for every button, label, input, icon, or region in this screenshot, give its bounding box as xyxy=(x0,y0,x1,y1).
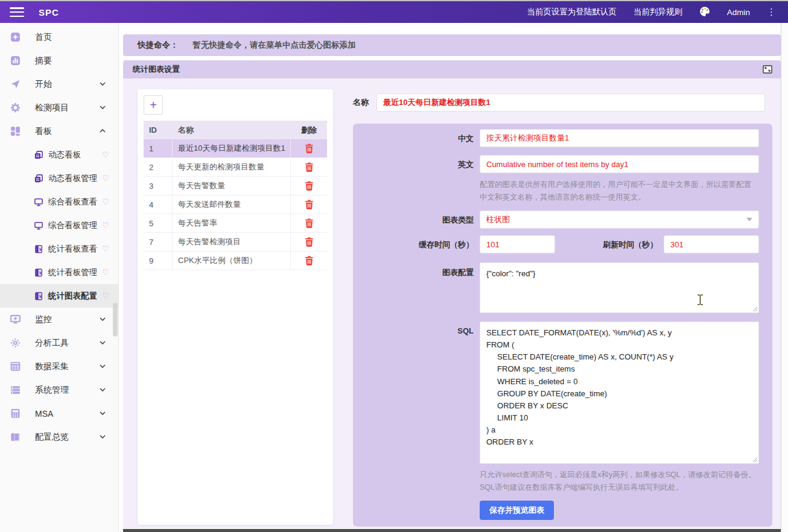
cn-name-input[interactable] xyxy=(480,129,759,147)
resize-grip-icon[interactable] xyxy=(752,457,758,463)
sidebar-item-label: MSA xyxy=(35,409,53,419)
favorite-heart-icon[interactable]: ♡ xyxy=(102,174,109,183)
refresh-time-input[interactable] xyxy=(664,235,759,253)
text-cursor xyxy=(697,294,704,305)
cn-label: 中文 xyxy=(353,133,474,144)
sidebar-item-dynamic-board-manage[interactable]: 动态看板管理 ♡ xyxy=(0,166,118,190)
sidebar-item-label: 动态看板管理 xyxy=(48,173,97,184)
chart-form: 名称 中文 英文 配置的图表是供所有用户选择使用的，用户可能不一定是中文界面，所… xyxy=(353,78,775,528)
sidebar-item-stat-board-manage[interactable]: 统计看板管理 ♡ xyxy=(0,261,118,284)
sidebar-item-stat-chart-config[interactable]: 统计图表配置 ♡ xyxy=(0,284,118,308)
row-name: 最近10天每日新建检测项目数1 xyxy=(173,139,291,157)
sidebar-item-board[interactable]: 看板 xyxy=(0,119,118,143)
favorite-heart-icon[interactable]: ♡ xyxy=(102,244,109,253)
chart-list-card: + ID 名称 删除 1 最近10天每日新建检测项目数1 2 每天更新的检 xyxy=(138,89,333,525)
more-options-icon[interactable]: ⋮ xyxy=(767,7,776,17)
chart-config-label: 图表配置 xyxy=(353,267,474,278)
sidebar-item-config-overview[interactable]: 配置总览 xyxy=(0,425,118,449)
set-default-page-link[interactable]: 当前页设置为登陆默认页 xyxy=(527,7,617,17)
sidebar-item-composite-board-manage[interactable]: 综合看板管理 ♡ xyxy=(0,214,118,237)
sidebar-item-label: 看板 xyxy=(35,126,52,137)
send-icon xyxy=(10,79,21,89)
sidebar-item-dynamic-board[interactable]: 动态看板 ♡ xyxy=(0,143,118,166)
sidebar-item-label: 首页 xyxy=(35,32,52,43)
favorite-heart-icon[interactable]: ♡ xyxy=(102,221,109,230)
favorite-heart-icon[interactable]: ♡ xyxy=(102,291,109,300)
horizontal-scrollbar[interactable] xyxy=(123,529,781,532)
sidebar-item-analysis-tools[interactable]: 分析工具 xyxy=(0,331,118,355)
delete-trash-icon[interactable] xyxy=(305,181,314,191)
main-content: 快捷命令： 暂无快捷命令，请在菜单中点击爱心图标添加 统计图表设置 + ID 名… xyxy=(123,23,781,532)
row-name: 每天告警率 xyxy=(173,214,291,232)
user-menu[interactable]: Admin xyxy=(727,8,750,17)
favorite-heart-icon[interactable]: ♡ xyxy=(102,197,109,206)
delete-trash-icon[interactable] xyxy=(305,144,314,153)
sidebar-item-msa[interactable]: MSA xyxy=(0,402,118,425)
sidebar-item-summary[interactable]: 摘要 xyxy=(0,49,118,72)
table-row[interactable]: 3 每天告警数量 xyxy=(144,177,327,195)
stat-book-icon xyxy=(34,268,43,277)
table-row[interactable]: 1 最近10天每日新建检测项目数1 xyxy=(144,139,327,158)
name-input[interactable] xyxy=(377,93,765,112)
sidebar: 首页 摘要 开始 检测项目 看板 动态看板 ♡ 动态看板管 xyxy=(0,23,119,532)
spark-icon xyxy=(10,338,21,348)
delete-trash-icon[interactable] xyxy=(305,218,314,228)
delete-trash-icon[interactable] xyxy=(305,200,314,209)
sidebar-item-system-manage[interactable]: 系统管理 xyxy=(0,378,118,402)
calculator-icon xyxy=(10,408,21,419)
row-id: 1 xyxy=(144,139,173,157)
sidebar-item-composite-board-view[interactable]: 综合看板查看 ♡ xyxy=(0,190,118,214)
chart-type-label: 图表类型 xyxy=(353,215,474,226)
sidebar-item-label: 系统管理 xyxy=(35,385,69,396)
favorite-heart-icon[interactable]: ♡ xyxy=(102,150,109,159)
hamburger-menu-icon[interactable] xyxy=(10,7,24,17)
name-field-row: 名称 xyxy=(353,93,775,112)
top-navbar: SPC 当前页设置为登陆默认页 当前判异规则 Admin ⋮ xyxy=(0,1,788,23)
row-id: 9 xyxy=(144,252,173,270)
panel-header: 统计图表设置 xyxy=(123,60,781,78)
delete-trash-icon[interactable] xyxy=(305,162,314,172)
delete-trash-icon[interactable] xyxy=(305,256,314,265)
sidebar-item-start[interactable]: 开始 xyxy=(0,72,118,96)
expand-panel-icon[interactable] xyxy=(763,65,772,74)
row-name: CPK水平比例（饼图） xyxy=(173,252,291,270)
sidebar-item-label: 统计看板管理 xyxy=(48,267,97,278)
chevron-up-icon xyxy=(99,127,106,135)
sidebar-item-label: 统计看板查看 xyxy=(48,244,97,255)
sql-textarea[interactable]: SELECT DATE_FORMAT(DATE(x), '%m/%d') AS … xyxy=(480,321,759,464)
gear-icon xyxy=(10,103,21,113)
sidebar-item-stat-board-view[interactable]: 统计看板查看 ♡ xyxy=(0,237,118,261)
table-row[interactable]: 7 每天告警检测项目 xyxy=(144,233,327,252)
en-name-input[interactable] xyxy=(480,155,759,173)
sidebar-item-data-collection[interactable]: 数据采集 xyxy=(0,355,118,378)
add-chart-button[interactable]: + xyxy=(144,95,163,115)
row-id: 4 xyxy=(144,195,173,214)
sql-label: SQL xyxy=(353,326,474,335)
row-name: 每天告警检测项目 xyxy=(173,233,291,251)
resize-grip-icon[interactable] xyxy=(752,306,758,312)
vertical-scrollbar-track[interactable] xyxy=(781,23,788,532)
chart-config-textarea[interactable]: {"color": "red"} xyxy=(480,262,759,313)
table-row[interactable]: 4 每天发送邮件数量 xyxy=(144,195,327,214)
dashboard-icon xyxy=(10,126,21,136)
current-rule-link[interactable]: 当前判异规则 xyxy=(634,7,682,17)
row-id: 7 xyxy=(144,233,173,251)
table-row[interactable]: 9 CPK水平比例（饼图） xyxy=(144,252,327,270)
chart-type-select[interactable]: 柱状图 xyxy=(480,211,759,229)
col-header-name: 名称 xyxy=(173,125,291,136)
quick-command-bar: 快捷命令： 暂无快捷命令，请在菜单中点击爱心图标添加 xyxy=(123,34,781,56)
server-icon xyxy=(10,385,21,395)
palette-icon[interactable] xyxy=(699,6,710,19)
table-row[interactable]: 2 每天更新的检测项目数量 xyxy=(144,158,327,177)
delete-trash-icon[interactable] xyxy=(305,237,314,247)
save-preview-button[interactable]: 保存并预览图表 xyxy=(480,501,554,520)
select-caret-icon xyxy=(746,218,752,221)
sidebar-item-monitoring[interactable]: 监控 xyxy=(0,308,118,331)
sidebar-item-home[interactable]: 首页 xyxy=(0,25,118,49)
sidebar-scrollbar-thumb[interactable] xyxy=(113,303,118,337)
table-row[interactable]: 5 每天告警率 xyxy=(144,214,327,233)
chevron-down-icon xyxy=(99,363,106,370)
sidebar-item-test-items[interactable]: 检测项目 xyxy=(0,96,118,119)
pages-icon xyxy=(34,151,43,159)
favorite-heart-icon[interactable]: ♡ xyxy=(102,268,109,277)
